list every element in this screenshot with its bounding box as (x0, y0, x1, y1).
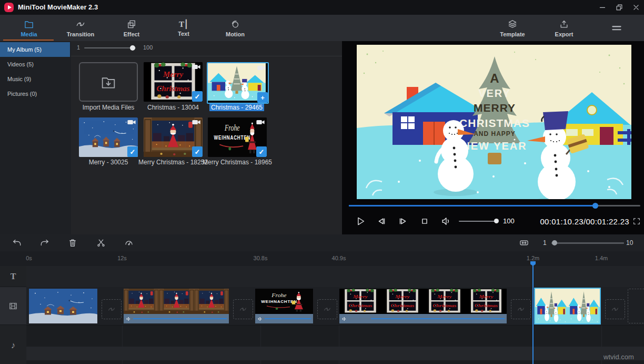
tab-motion[interactable]: Motion (217, 16, 254, 40)
seekbar-handle[interactable] (592, 203, 598, 209)
zoom-max-label: 100 (143, 44, 153, 51)
menu-button[interactable] (606, 16, 627, 40)
sidebar-item-videos[interactable]: Videos (5) (0, 57, 69, 72)
playhead-line[interactable] (532, 261, 534, 364)
tab-motion-label: Motion (226, 31, 245, 37)
timeline-clip-merry-christmas-18965[interactable] (255, 289, 313, 323)
timeline-clip-christmas-29465-selected[interactable] (534, 288, 601, 324)
import-media-button[interactable] (79, 62, 138, 102)
transition-icon (75, 19, 86, 29)
timeline-zoom-min: 1 (543, 239, 547, 247)
undo-button[interactable] (12, 238, 22, 248)
timecode-display: 00:01:10.23/00:01:22.23 (540, 217, 629, 226)
minimize-button[interactable] (595, 0, 610, 15)
next-frame-button[interactable] (397, 215, 409, 227)
clip-thumbnail (466, 289, 507, 314)
preview-video-frame (357, 45, 631, 199)
clip-thumbnail (255, 289, 313, 314)
media-item-christmas-13004[interactable]: ✓ (144, 62, 203, 102)
app-logo-icon (4, 3, 14, 12)
tab-media[interactable]: Media (13, 16, 45, 40)
redo-button[interactable] (39, 238, 50, 248)
timeline-toolbar: 1 10 (0, 234, 644, 252)
music-track-header: ♪ (0, 325, 26, 364)
effect-icon (126, 19, 137, 29)
media-item-christmas-29465[interactable]: + (207, 62, 269, 104)
speed-button[interactable] (124, 238, 134, 248)
restore-icon (615, 3, 624, 12)
video-track-header (0, 287, 26, 325)
timeline-clip-merry-christmas-18252[interactable] (124, 289, 229, 323)
sidebar-item-pictures[interactable]: Pictures (0) (0, 86, 69, 101)
selected-item-label: Christmas - 29465 (209, 104, 264, 111)
clip-thumbnail (159, 289, 194, 314)
transition-slot-icon (323, 305, 332, 313)
timeline-zoom-slider[interactable] (551, 242, 624, 244)
sidebar-item-my-album[interactable]: My Album (5) (0, 42, 70, 57)
timeline-zoom-max: 10 (626, 239, 633, 247)
volume-icon[interactable] (440, 215, 452, 227)
transition-slot[interactable] (317, 299, 337, 319)
clip-audio-icon (126, 316, 132, 322)
app-window: Frohe WEIHNACHTEN (0, 0, 644, 364)
empty-clip-slot[interactable] (628, 289, 644, 323)
fullscreen-icon[interactable] (632, 217, 641, 225)
transition-slot[interactable] (605, 299, 625, 319)
restore-button[interactable] (611, 0, 627, 15)
volume-slider[interactable] (459, 221, 497, 222)
selected-check-badge: ✓ (192, 91, 203, 102)
clip-thumbnail (124, 289, 159, 314)
music-track-icon: ♪ (11, 340, 16, 351)
tab-text-label: Text (178, 31, 189, 37)
close-button[interactable] (628, 0, 644, 15)
tab-transition-label: Transition (67, 31, 95, 37)
media-item-merry-christmas-18252[interactable]: ✓ (144, 117, 203, 157)
main-toolbar: Media Transition Effect T⎮ Text Motion T… (0, 15, 644, 41)
sidebar-item-music[interactable]: Music (9) (0, 72, 69, 86)
timeline-tracks: T ♪ (0, 266, 644, 364)
play-button[interactable] (355, 215, 366, 227)
preview-seekbar[interactable] (349, 205, 640, 206)
text-track[interactable] (26, 266, 644, 288)
split-scissors-button[interactable] (96, 238, 106, 248)
media-item-merry-30025[interactable]: ✓ (79, 117, 138, 157)
timeline-ruler[interactable]: 0s 12s 30.8s 40.9s 1.2m 1.4m (0, 251, 644, 266)
timeline-clip-merry-30025[interactable] (29, 289, 97, 323)
album-sidebar: My Album (5) Videos (5) Music (9) Pictur… (0, 41, 71, 234)
clip-thumbnail (424, 289, 466, 314)
sidebar-item-label: Pictures (0) (7, 91, 37, 97)
previous-frame-button[interactable] (376, 215, 387, 227)
timeline-zoom-handle[interactable] (552, 240, 557, 245)
media-item-merry-christmas-18965[interactable]: ✓ (208, 117, 267, 157)
zoom-to-fit-button[interactable] (519, 238, 529, 248)
transition-slot[interactable] (233, 299, 253, 319)
transition-slot-icon (516, 305, 526, 313)
delete-button[interactable] (67, 238, 78, 248)
zoom-min-label: 1 (77, 44, 80, 51)
volume-handle[interactable] (494, 219, 499, 223)
ruler-label: 1.4m (595, 255, 608, 261)
tab-effect[interactable]: Effect (113, 16, 150, 40)
ruler-label: 40.9s (332, 255, 346, 261)
stop-button[interactable] (419, 215, 430, 227)
add-to-timeline-badge[interactable]: + (257, 92, 268, 103)
preview-panel: 100 00:01:10.23/00:01:22.23 (342, 41, 644, 234)
timeline-clip-christmas-13004[interactable] (339, 289, 507, 323)
text-track-icon: T (11, 272, 16, 281)
thumbnail-zoom-handle[interactable] (130, 45, 135, 51)
tab-text[interactable]: T⎮ Text (168, 16, 199, 40)
media-folder-icon (24, 19, 34, 29)
export-icon (559, 19, 569, 29)
watermark-text: wtvid.com (603, 353, 634, 361)
export-button[interactable]: Export (546, 16, 582, 40)
selected-check-badge: ✓ (127, 146, 138, 157)
transition-slot[interactable] (511, 299, 531, 319)
music-track[interactable] (26, 347, 644, 360)
thumbnail-zoom-slider[interactable] (84, 47, 136, 48)
video-camera-icon (192, 64, 200, 70)
media-item-label: Merry Christmas - 18252 (137, 159, 209, 166)
template-button[interactable]: Template (491, 16, 534, 40)
preview-frame-image (357, 45, 631, 199)
transition-slot[interactable] (102, 299, 122, 319)
tab-transition[interactable]: Transition (59, 16, 102, 40)
